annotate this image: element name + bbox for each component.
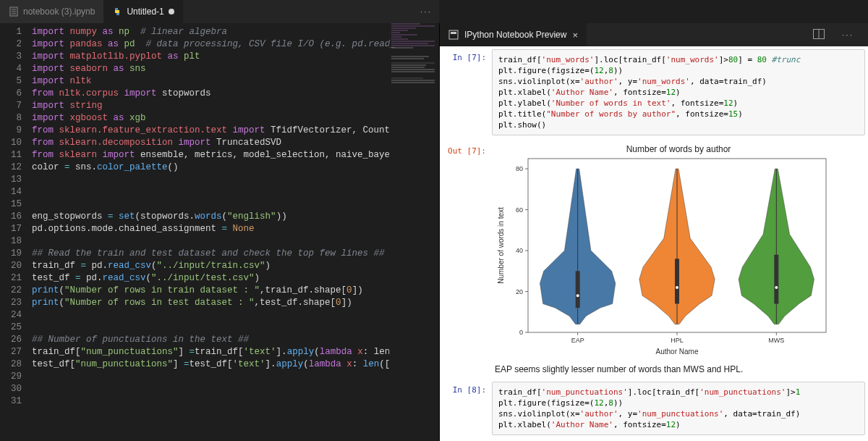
preview-pane: IPython Notebook Preview × ··· In [7]: t…	[440, 23, 868, 441]
svg-point-29	[775, 286, 778, 289]
svg-text:HPL: HPL	[671, 337, 684, 344]
cell-prompt-out: Out [7]:	[443, 143, 492, 374]
svg-text:20: 20	[516, 288, 523, 295]
svg-text:Author Name: Author Name	[656, 348, 699, 356]
tab-notebook-preview[interactable]: IPython Notebook Preview ×	[440, 23, 587, 46]
violin-plot: Number of words by author 020406080Numbe…	[492, 143, 865, 360]
dirty-indicator-icon	[169, 9, 174, 14]
svg-text:40: 40	[516, 247, 523, 254]
tab-untitled[interactable]: Untitled-1	[103, 0, 182, 23]
svg-text:0: 0	[519, 329, 523, 336]
svg-point-24	[676, 286, 678, 289]
svg-text:80: 80	[516, 165, 523, 172]
cell-code-in7: train_df['num_words'].loc[train_df['num_…	[492, 49, 865, 135]
preview-icon	[448, 30, 459, 40]
tab-label: Untitled-1	[127, 7, 163, 17]
cell-prompt-in: In [8]:	[443, 382, 492, 435]
svg-text:60: 60	[516, 206, 523, 214]
code-editor[interactable]: import numpy as np # linear algebraimpor…	[32, 23, 439, 441]
plot-svg: 020406080Number of words in textAuthor N…	[493, 156, 833, 358]
tab-notebook-file[interactable]: notebook (3).ipynb	[0, 0, 103, 23]
preview-tab-label: IPython Notebook Preview	[464, 30, 566, 40]
editor-pane: 1234567891011121314151617181920212223242…	[0, 23, 439, 441]
more-tabs-icon[interactable]: ···	[413, 7, 439, 17]
notebook-preview-body[interactable]: In [7]: train_df['num_words'].loc[train_…	[440, 46, 868, 441]
jupyter-file-icon	[9, 7, 19, 17]
line-number-gutter: 1234567891011121314151617181920212223242…	[0, 23, 32, 441]
svg-point-19	[576, 294, 579, 297]
svg-rect-0	[449, 30, 458, 39]
cell-code-in8: train_df['num_punctuations'].loc[train_d…	[492, 382, 865, 435]
split-editor-icon[interactable]	[813, 29, 825, 41]
svg-text:EAP: EAP	[571, 337, 584, 344]
svg-text:MWS: MWS	[768, 337, 784, 344]
cell-output-text: EAP seems slightly lesser number of word…	[495, 364, 865, 374]
close-icon[interactable]: ×	[572, 30, 578, 41]
plot-title: Number of words by author	[493, 144, 864, 154]
more-actions-icon[interactable]: ···	[835, 30, 861, 40]
tab-label: notebook (3).ipynb	[23, 7, 95, 17]
svg-text:Number of words in text: Number of words in text	[497, 207, 505, 284]
cell-prompt-in: In [7]:	[443, 49, 492, 135]
svg-rect-1	[451, 32, 456, 34]
python-file-icon	[112, 7, 122, 17]
